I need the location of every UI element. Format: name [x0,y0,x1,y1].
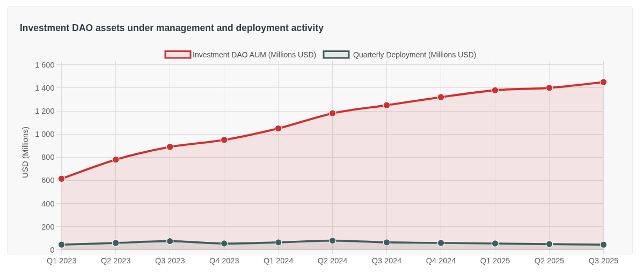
svg-text:Q1 2025: Q1 2025 [480,256,510,265]
svg-text:1 200: 1 200 [35,107,54,115]
svg-text:Q2 2024: Q2 2024 [318,256,348,265]
svg-text:400: 400 [41,200,54,208]
svg-text:Q3 2025: Q3 2025 [589,256,619,265]
svg-text:800: 800 [41,153,54,161]
svg-text:Q4 2024: Q4 2024 [426,256,456,265]
svg-text:Quarterly Deployment (Millions: Quarterly Deployment (Millions USD) [353,50,477,59]
svg-text:Investment DAO assets under ma: Investment DAO assets under management a… [20,23,324,33]
svg-text:1 400: 1 400 [35,84,54,92]
svg-text:Q3 2024: Q3 2024 [372,256,402,265]
svg-text:1 600: 1 600 [35,61,54,69]
svg-text:600: 600 [41,176,54,185]
svg-text:Q1 2024: Q1 2024 [264,256,294,265]
svg-text:USD (Millions): USD (Millions) [20,127,30,178]
svg-text:Q1 2023: Q1 2023 [47,256,77,265]
svg-text:Q4 2023: Q4 2023 [209,256,239,265]
svg-text:Q3 2023: Q3 2023 [155,256,185,265]
svg-text:Q2 2023: Q2 2023 [101,256,131,265]
svg-text:200: 200 [41,223,54,231]
svg-text:Q2 2025: Q2 2025 [535,256,565,265]
svg-text:1 000: 1 000 [35,130,54,138]
svg-text:0: 0 [50,246,54,254]
svg-text:Investment DAO AUM (Millions U: Investment DAO AUM (Millions USD) [193,50,316,59]
